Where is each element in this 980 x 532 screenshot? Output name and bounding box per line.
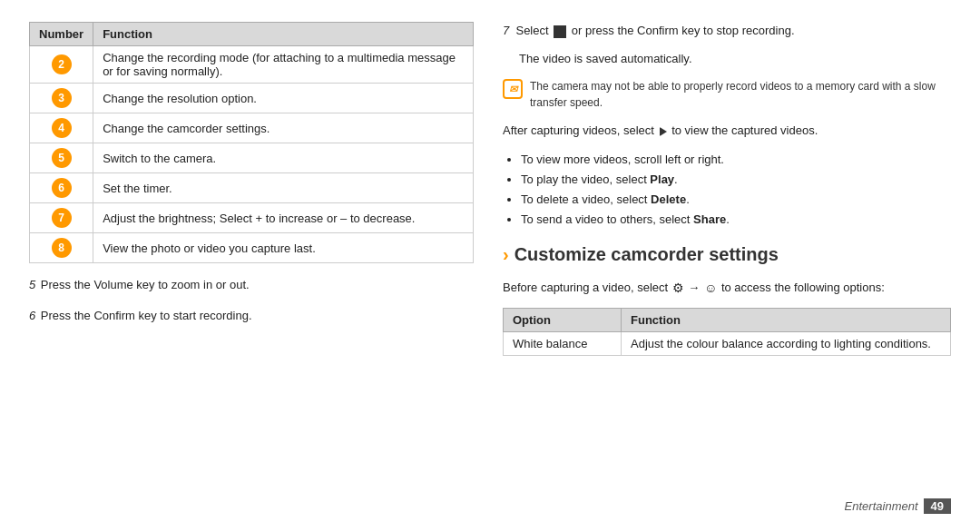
table-row: 5Switch to the camera.: [30, 143, 474, 173]
step-5-text: Press the Volume key to zoom in or out.: [41, 278, 250, 291]
left-column: Number Function 2Change the recording mo…: [29, 22, 474, 514]
col-option: Option: [504, 308, 622, 331]
step-6: 6 Press the Confirm key to start recordi…: [29, 307, 474, 325]
features-table: Number Function 2Change the recording mo…: [29, 22, 474, 263]
face-icon: ☺: [704, 278, 717, 298]
number-badge: 2: [52, 54, 72, 74]
badge-cell: 3: [30, 84, 93, 113]
function-cell: Adjust the brightness; Select + to incre…: [93, 203, 474, 233]
number-badge: 8: [52, 238, 72, 258]
function-cell: View the photo or video you capture last…: [93, 233, 474, 263]
table-row: 2Change the recording mode (for attachin…: [30, 46, 474, 84]
function-cell: Switch to the camera.: [93, 143, 474, 173]
col-function2: Function: [622, 308, 951, 331]
function-cell: Set the timer.: [93, 173, 474, 203]
step-7: 7 Select or press the Confirm key to sto…: [503, 22, 951, 41]
table-row: 6Set the timer.: [30, 173, 474, 203]
badge-cell: 4: [30, 113, 93, 143]
note-box: ✉ The camera may not be able to properly…: [503, 78, 951, 111]
note-text: The camera may not be able to properly r…: [530, 78, 951, 111]
play-icon-inline: [660, 127, 667, 136]
step-6-number: 6: [29, 309, 35, 322]
step-6-text: Press the Confirm key to start recording…: [41, 309, 252, 322]
table-row: 3Change the resolution option.: [30, 84, 474, 113]
option-cell: White balance: [504, 331, 622, 355]
options-table: Option Function White balance Adjust the…: [503, 308, 951, 356]
chevron-icon: ›: [503, 244, 509, 265]
bullet-list: To view more videos, scroll left or righ…: [503, 150, 951, 230]
number-badge: 3: [52, 88, 72, 108]
step-7-number: 7: [503, 24, 513, 37]
right-column: 7 Select or press the Confirm key to sto…: [503, 22, 951, 514]
number-badge: 5: [52, 148, 72, 168]
footer-label: Entertainment: [845, 499, 918, 513]
table-row: 7Adjust the brightness; Select + to incr…: [30, 203, 474, 233]
step-5: 5 Press the Volume key to zoom in or out…: [29, 276, 474, 294]
step-7-text: Select or press the Confirm key to stop …: [515, 24, 794, 37]
number-badge: 7: [52, 208, 72, 228]
page-number: 49: [924, 498, 951, 514]
number-badge: 6: [52, 178, 72, 198]
number-badge: 4: [52, 118, 72, 138]
section-title-text: Customize camcorder settings: [514, 244, 779, 265]
col-function: Function: [93, 23, 474, 46]
bullet-2: To play the video, select Play.: [521, 170, 951, 190]
badge-cell: 2: [30, 46, 93, 84]
step-5-number: 5: [29, 278, 35, 291]
section-title: › Customize camcorder settings: [503, 244, 951, 265]
function-cell: Change the recording mode (for attaching…: [93, 46, 474, 84]
function-cell: Adjust the colour balance according to l…: [622, 331, 951, 355]
badge-cell: 8: [30, 233, 93, 263]
page-footer: Entertainment 49: [845, 498, 951, 514]
table-row: White balance Adjust the colour balance …: [504, 331, 951, 355]
badge-cell: 7: [30, 203, 93, 233]
table-row: 4Change the camcorder settings.: [30, 113, 474, 143]
bullet-3: To delete a video, select Delete.: [521, 190, 951, 210]
page: Number Function 2Change the recording mo…: [0, 0, 980, 532]
note-icon: ✉: [503, 79, 523, 99]
gear-icon: ⚙: [672, 278, 684, 298]
after-capturing-text: After capturing videos, select to view t…: [503, 122, 951, 141]
bullet-1: To view more videos, scroll left or righ…: [521, 150, 951, 170]
badge-cell: 6: [30, 173, 93, 203]
function-cell: Change the resolution option.: [93, 84, 474, 113]
function-cell: Change the camcorder settings.: [93, 113, 474, 143]
badge-cell: 5: [30, 143, 93, 173]
bullet-4: To send a video to others, select Share.: [521, 210, 951, 230]
before-text: Before capturing a video, select ⚙ → ☺ t…: [503, 278, 951, 298]
table-row: 8View the photo or video you capture las…: [30, 233, 474, 263]
step-7-sub: The video is saved automatically.: [503, 50, 951, 68]
stop-icon: [554, 25, 566, 38]
col-number: Number: [30, 23, 93, 46]
